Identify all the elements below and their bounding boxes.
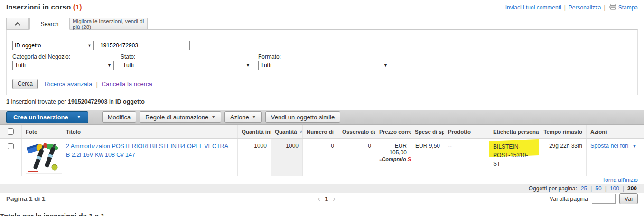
select-all-checkbox[interactable]: [8, 128, 14, 135]
custom-label-line2: POST-15310-ST: [493, 151, 535, 168]
modify-label: Modifica: [108, 114, 131, 121]
col-titolo: Titolo: [62, 125, 237, 138]
back-to-top-link[interactable]: Torna all'inizio: [602, 177, 638, 183]
header-links: Inviaci i tuoi commenti | Personalizza |…: [505, 4, 638, 11]
goto-page-label: Vai alla pagina: [550, 196, 588, 202]
per-page-bar: Oggetti per pagina: 25 | 50 | 100 | 200: [0, 184, 644, 193]
pager-current-page[interactable]: 1: [325, 195, 328, 203]
formato-select[interactable]: Tutti ▼: [258, 61, 390, 70]
sell-similar-label: Vendi un oggetto simile: [271, 114, 335, 121]
printer-icon: [609, 4, 616, 11]
collapse-panel-button[interactable]: [6, 18, 29, 30]
formato-label: Formato:: [258, 54, 281, 60]
row-action-dropdown[interactable]: Sposta nel forı ▼: [586, 139, 644, 176]
col-product: Prodotto: [444, 125, 489, 138]
search-field-value: ID oggetto: [15, 42, 41, 49]
chevron-down-icon: ▼: [77, 115, 81, 119]
table-header-row: Foto Titolo Quantità inizia Quantità ∨ N…: [0, 125, 644, 139]
listing-count: (1): [73, 3, 82, 11]
per-page-50[interactable]: 50: [595, 185, 601, 192]
search-field-select[interactable]: ID oggetto ▼: [12, 41, 94, 50]
category-label: Categoria del Negozio:: [12, 54, 70, 60]
results-query: 191520472903: [68, 99, 107, 105]
results-field: ID oggetto: [115, 99, 145, 105]
chevron-down-icon: ▼: [87, 43, 92, 48]
create-listing-label: Crea un'inserzione: [13, 114, 68, 121]
col-time-left: Tempo rimasto: [539, 125, 586, 138]
custom-label-cell: BILSTEIN- POST-15310-ST: [489, 139, 539, 176]
goto-page: Vai alla pagina Vai: [550, 193, 638, 204]
stato-label: Stato:: [121, 54, 135, 60]
print-link[interactable]: Stampa: [618, 4, 638, 11]
tab-search[interactable]: Search: [29, 18, 70, 30]
action-label: Azione: [230, 114, 249, 121]
pager-next-icon[interactable]: ›: [328, 194, 340, 204]
option-divider: |: [603, 185, 609, 192]
automation-rules-button[interactable]: Regole di automazione ▼: [140, 111, 221, 123]
current-price: EUR 105,00: [379, 143, 407, 156]
results-text: inserzioni trovate per: [11, 99, 66, 105]
modify-button[interactable]: Modifica: [102, 111, 136, 123]
per-page-label: Oggetti per pagina:: [529, 185, 577, 192]
stato-select[interactable]: Tutti ▼: [121, 61, 252, 70]
advanced-search-link[interactable]: Ricerca avanzata: [45, 81, 92, 88]
col-actions: Azioni: [586, 125, 644, 138]
tab-strip: Search Migliora le inserzioni, vendi di …: [6, 18, 148, 30]
search-actions: Cerca Ricerca avanzata | Cancella la ric…: [12, 79, 152, 89]
table-row: 2 Ammortizzatori POSTERIORI BILSTEIN B4 …: [0, 139, 644, 176]
active-listings-page: Inserzioni in corso (1) Inviaci i tuoi c…: [0, 0, 644, 216]
category-select[interactable]: Tutti ▼: [12, 61, 114, 70]
buy-it-now-word1: Compralo: [382, 156, 406, 162]
col-shipping: Spese di sped: [411, 125, 444, 138]
page-info: Pagina 1 di 1: [6, 195, 46, 202]
goto-page-input[interactable]: [592, 194, 616, 204]
link-divider: |: [601, 4, 608, 11]
sell-similar-button[interactable]: Vendi un oggetto simile: [265, 111, 340, 123]
listing-title-link[interactable]: 2 Ammortizzatori POSTERIORI BILSTEIN B4 …: [66, 143, 233, 159]
photo-cell: [21, 139, 62, 176]
row-checkbox[interactable]: [8, 143, 14, 149]
link-divider: |: [92, 81, 101, 88]
results-count: 1: [6, 99, 9, 105]
per-page-100[interactable]: 100: [610, 185, 619, 192]
col-price: Prezzo corrente: [375, 125, 411, 138]
number-cell: 0: [302, 139, 338, 176]
results-summary: 1 inserzioni trovate per 191520472903 in…: [6, 99, 145, 105]
qty-initial-cell: 1000: [237, 139, 271, 176]
action-button[interactable]: Azione ▼: [224, 111, 262, 123]
search-panel: ID oggetto ▼ Categoria del Negozio: Tutt…: [6, 29, 638, 95]
row-action-label: Sposta nel forı: [590, 143, 629, 149]
toolbar-divider: [95, 111, 95, 123]
price-cell: EUR 105,00 ≡Compralo Subito: [375, 139, 411, 176]
per-page-25[interactable]: 25: [581, 185, 587, 192]
time-left-cell: 29g 22h 33m: [539, 139, 586, 176]
totals-heading: Totale per le inserzioni da 1 a 1: [0, 212, 105, 216]
page-title-text: Inserzioni in corso: [6, 3, 71, 11]
listings-toolbar: Crea un'inserzione ▼ Modifica Regole di …: [0, 110, 644, 125]
personalize-link[interactable]: Personalizza: [569, 4, 601, 11]
feedback-link[interactable]: Inviaci i tuoi commenti: [505, 4, 561, 11]
clear-search-link[interactable]: Cancella la ricerca: [102, 81, 152, 88]
stato-value: Tutti: [123, 62, 134, 69]
chevron-down-icon: ▼: [107, 63, 112, 68]
pager-prev-icon[interactable]: ‹: [313, 194, 325, 204]
col-qty[interactable]: Quantità ∨: [271, 125, 302, 138]
col-watched: Osservato da: [338, 125, 375, 138]
search-query-input[interactable]: [98, 41, 190, 50]
category-value: Tutti: [15, 62, 26, 69]
option-divider: |: [588, 185, 594, 192]
col-number: Numero di: [302, 125, 338, 138]
listing-thumbnail[interactable]: [26, 143, 62, 174]
chevron-down-icon: ▼: [383, 63, 388, 68]
chevron-down-icon: ▼: [252, 115, 256, 119]
create-listing-button[interactable]: Crea un'inserzione ▼: [6, 111, 88, 123]
qty-cell: 1000: [271, 139, 302, 176]
goto-page-button[interactable]: Vai: [619, 193, 638, 204]
per-page-200-selected[interactable]: 200: [627, 185, 637, 192]
automation-rules-label: Regole di automazione: [145, 114, 208, 121]
cerca-button[interactable]: Cerca: [12, 79, 38, 89]
tab-improve-listings[interactable]: Migliora le inserzioni, vendi di più (28…: [70, 18, 148, 30]
option-divider: |: [620, 185, 626, 192]
formato-value: Tutti: [261, 62, 271, 69]
col-foto: Foto: [21, 125, 62, 138]
